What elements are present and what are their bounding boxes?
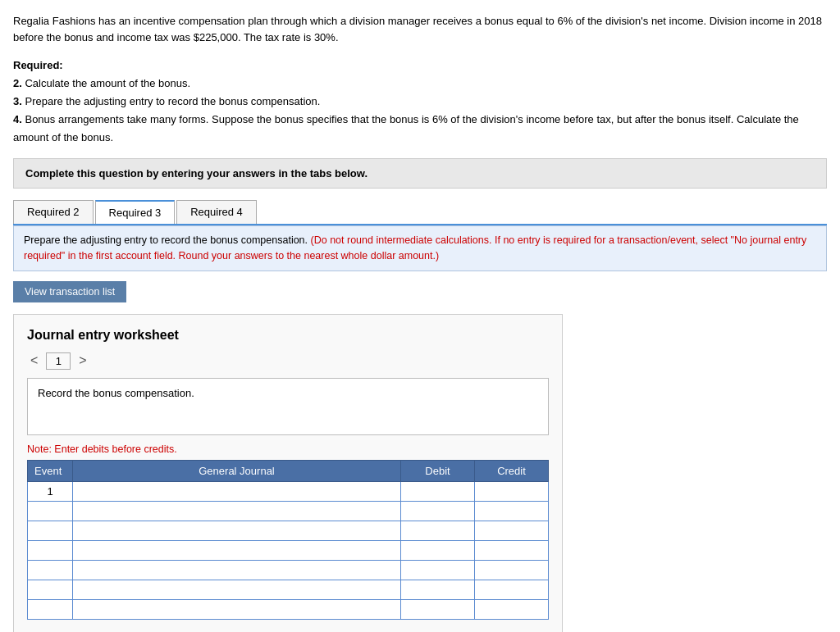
table-row	[28, 560, 549, 580]
table-row-debit-4[interactable]	[401, 560, 475, 580]
table-row	[28, 540, 549, 560]
table-row	[28, 501, 549, 521]
credit-input-5[interactable]	[475, 580, 548, 599]
req-item-3-num: 3.	[13, 95, 22, 107]
note-text: Note: Enter debits before credits.	[27, 443, 549, 455]
debit-input-5[interactable]	[401, 580, 474, 599]
worksheet-title: Journal entry worksheet	[27, 328, 549, 343]
req-item-4-text: Bonus arrangements take many forms. Supp…	[13, 113, 799, 143]
credit-input-3[interactable]	[475, 541, 548, 560]
required-header: Required:	[13, 59, 63, 71]
table-row: 1	[28, 481, 549, 501]
req-item-4-num: 4.	[13, 113, 22, 125]
tab-required-2[interactable]: Required 2	[13, 200, 94, 224]
table-row	[28, 521, 549, 540]
table-row	[28, 580, 549, 599]
col-header-debit: Debit	[401, 460, 475, 481]
credit-input-2[interactable]	[475, 521, 548, 540]
table-row-journal-1[interactable]	[73, 501, 401, 521]
complete-box-text: Complete this question by entering your …	[25, 167, 368, 180]
table-row-event-3	[28, 540, 73, 560]
table-row-debit-2[interactable]	[401, 521, 475, 540]
next-page-button[interactable]: >	[75, 353, 89, 368]
table-row	[28, 599, 549, 619]
description-text: Record the bonus compensation.	[38, 387, 194, 399]
journal-input-1[interactable]	[73, 502, 400, 521]
table-row-debit-5[interactable]	[401, 580, 475, 599]
debit-input-4[interactable]	[401, 561, 474, 580]
table-row-credit-6[interactable]	[475, 599, 549, 619]
table-row-journal-3[interactable]	[73, 540, 401, 560]
instruction-main: Prepare the adjusting entry to record th…	[24, 234, 308, 246]
credit-input-4[interactable]	[475, 561, 548, 580]
table-row-debit-3[interactable]	[401, 540, 475, 560]
req-item-3-text: Prepare the adjusting entry to record th…	[25, 95, 320, 107]
tab-required-3[interactable]: Required 3	[95, 200, 176, 224]
required-section: Required: 2. Calculate the amount of the…	[13, 57, 827, 147]
journal-input-4[interactable]	[73, 561, 400, 580]
worksheet-box: Journal entry worksheet < 1 > Record the…	[13, 314, 563, 632]
table-row-debit-1[interactable]	[401, 501, 475, 521]
journal-input-6[interactable]	[73, 600, 400, 619]
table-row-journal-5[interactable]	[73, 580, 401, 599]
table-row-event-0: 1	[28, 481, 73, 501]
journal-input-5[interactable]	[73, 580, 400, 599]
col-header-journal: General Journal	[73, 460, 401, 481]
journal-input-0[interactable]	[73, 482, 400, 501]
table-row-debit-6[interactable]	[401, 599, 475, 619]
table-row-credit-4[interactable]	[475, 560, 549, 580]
table-row-journal-2[interactable]	[73, 521, 401, 540]
table-row-event-6	[28, 599, 73, 619]
debit-input-2[interactable]	[401, 521, 474, 540]
credit-input-1[interactable]	[475, 502, 548, 521]
table-row-credit-1[interactable]	[475, 501, 549, 521]
col-header-event: Event	[28, 460, 73, 481]
table-row-event-5	[28, 580, 73, 599]
table-row-credit-5[interactable]	[475, 580, 549, 599]
table-row-credit-3[interactable]	[475, 540, 549, 560]
prev-page-button[interactable]: <	[27, 353, 41, 368]
debit-input-0[interactable]	[401, 482, 474, 501]
table-row-event-4	[28, 560, 73, 580]
tabs-row: Required 2 Required 3 Required 4	[13, 200, 827, 225]
table-row-event-2	[28, 521, 73, 540]
debit-input-6[interactable]	[401, 600, 474, 619]
table-row-debit-0[interactable]	[401, 481, 475, 501]
table-row-journal-4[interactable]	[73, 560, 401, 580]
description-box: Record the bonus compensation.	[27, 378, 549, 435]
view-transaction-list-button[interactable]: View transaction list	[13, 281, 126, 302]
debit-input-1[interactable]	[401, 502, 474, 521]
col-header-credit: Credit	[475, 460, 549, 481]
table-row-credit-0[interactable]	[475, 481, 549, 501]
credit-input-6[interactable]	[475, 600, 548, 619]
instruction-box: Prepare the adjusting entry to record th…	[13, 225, 827, 271]
credit-input-0[interactable]	[475, 482, 548, 501]
intro-paragraph: Regalia Fashions has an incentive compen…	[13, 13, 827, 45]
table-row-credit-2[interactable]	[475, 521, 549, 540]
complete-box: Complete this question by entering your …	[13, 158, 827, 189]
table-row-event-1	[28, 501, 73, 521]
journal-table: Event General Journal Debit Credit 1	[27, 460, 549, 620]
page-number: 1	[46, 352, 71, 370]
req-item-2-text: Calculate the amount of the bonus.	[25, 77, 190, 89]
journal-input-2[interactable]	[73, 521, 400, 540]
tab-required-4[interactable]: Required 4	[176, 200, 257, 224]
nav-row: < 1 >	[27, 352, 549, 370]
table-row-journal-6[interactable]	[73, 599, 401, 619]
table-row-journal-0[interactable]	[73, 481, 401, 501]
journal-input-3[interactable]	[73, 541, 400, 560]
req-item-2-num: 2.	[13, 77, 22, 89]
debit-input-3[interactable]	[401, 541, 474, 560]
